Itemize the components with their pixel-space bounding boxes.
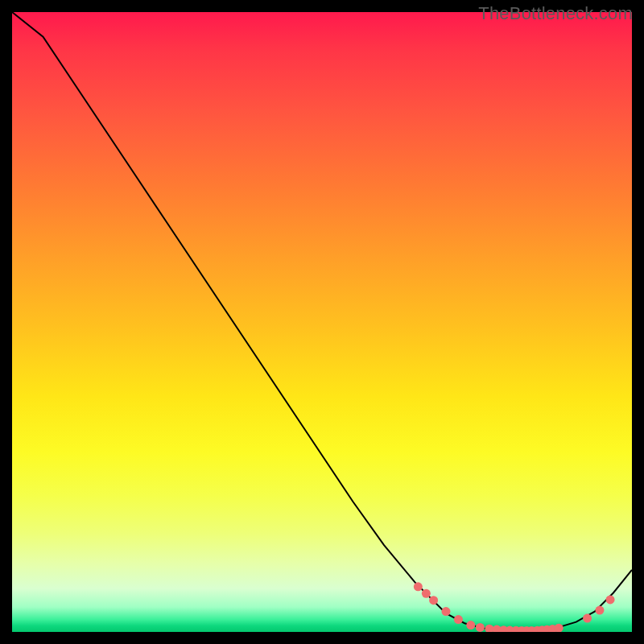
chart-marker: [548, 625, 557, 632]
chart-marker: [527, 626, 536, 632]
chart-svg: [12, 12, 632, 632]
chart-marker: [454, 615, 463, 624]
chart-marker: [517, 626, 526, 632]
chart-marker: [522, 626, 531, 632]
chart-marker: [466, 621, 475, 630]
chart-marker: [414, 582, 423, 591]
chart-marker: [485, 625, 493, 632]
chart-line: [12, 12, 632, 630]
watermark-text: TheBottleneck.com: [478, 3, 633, 24]
chart-markers: [414, 582, 615, 632]
chart-marker: [422, 589, 431, 598]
chart-marker: [583, 614, 592, 623]
chart-marker: [543, 625, 551, 632]
chart-marker: [493, 625, 502, 632]
chart-marker: [442, 607, 451, 616]
chart-marker: [538, 625, 547, 632]
chart-marker: [429, 596, 438, 605]
chart-marker: [512, 626, 521, 632]
chart-marker: [476, 623, 485, 632]
chart-plot-area: [12, 12, 632, 632]
chart-marker: [606, 595, 615, 604]
chart-marker: [506, 626, 514, 632]
chart-marker: [533, 626, 542, 632]
chart-marker: [499, 625, 508, 632]
chart-marker: [555, 624, 564, 632]
chart-marker: [595, 606, 604, 615]
